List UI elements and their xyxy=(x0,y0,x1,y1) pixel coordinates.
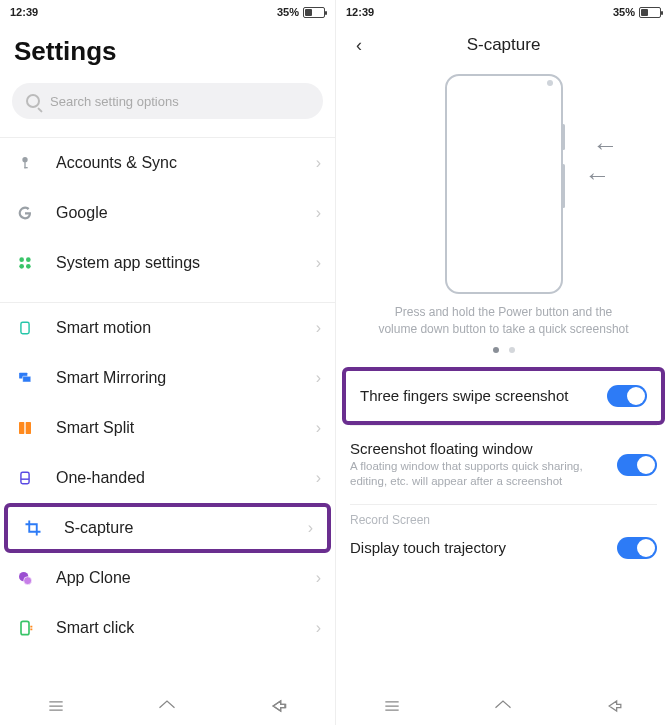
smartclick-icon xyxy=(14,619,36,637)
nav-back[interactable] xyxy=(269,696,289,720)
search-input[interactable]: Search setting options xyxy=(12,83,323,119)
settings-item-label: Smart motion xyxy=(56,319,316,337)
illustration: ← ← Press and hold the Power button and … xyxy=(336,68,671,367)
settings-item-label: Smart click xyxy=(56,619,316,637)
chevron-right-icon: › xyxy=(316,619,321,637)
chevron-right-icon: › xyxy=(316,204,321,222)
cast-icon xyxy=(14,371,36,385)
settings-item-smart-split[interactable]: Smart Split› xyxy=(0,403,335,453)
status-bar: 12:39 35% xyxy=(336,0,671,22)
svg-rect-12 xyxy=(21,472,29,484)
svg-rect-7 xyxy=(21,322,29,334)
arrow-icon: ← xyxy=(593,132,619,158)
split-icon xyxy=(14,420,36,436)
google-icon xyxy=(14,204,36,222)
settings-item-system-app-settings[interactable]: System app settings› xyxy=(0,238,335,288)
battery-icon xyxy=(303,7,325,18)
svg-point-5 xyxy=(19,264,24,269)
phone-icon xyxy=(14,319,36,337)
subheader: ‹ S-capture xyxy=(336,22,671,68)
battery-pct: 35% xyxy=(277,6,299,18)
svg-rect-9 xyxy=(23,376,31,382)
settings-item-label: App Clone xyxy=(56,569,316,587)
nav-bar xyxy=(336,691,671,725)
chevron-right-icon: › xyxy=(316,569,321,587)
toggle-switch[interactable] xyxy=(607,385,647,407)
back-button[interactable]: ‹ xyxy=(348,31,370,60)
settings-item-app-clone[interactable]: App Clone› xyxy=(0,553,335,603)
crop-icon xyxy=(22,519,44,537)
status-bar: 12:39 35% xyxy=(0,0,335,22)
settings-item-label: Smart Mirroring xyxy=(56,369,316,387)
setting-label: Screenshot floating window xyxy=(350,440,590,457)
settings-item-smart-click[interactable]: Smart click› xyxy=(0,603,335,653)
settings-item-smart-mirroring[interactable]: Smart Mirroring› xyxy=(0,353,335,403)
search-placeholder: Search setting options xyxy=(50,94,179,109)
setting-touch-trajectory[interactable]: Display touch trajectory xyxy=(336,529,671,573)
svg-rect-10 xyxy=(19,422,24,434)
chevron-right-icon: › xyxy=(316,369,321,387)
svg-rect-11 xyxy=(26,422,31,434)
settings-item-label: Smart Split xyxy=(56,419,316,437)
settings-item-label: Accounts & Sync xyxy=(56,154,316,172)
nav-home[interactable] xyxy=(493,696,513,720)
svg-point-4 xyxy=(26,257,31,262)
search-icon xyxy=(26,94,40,108)
settings-item-smart-motion[interactable]: Smart motion› xyxy=(0,303,335,353)
settings-item-label: One-handed xyxy=(56,469,316,487)
status-time: 12:39 xyxy=(346,6,374,18)
settings-item-one-handed[interactable]: One-handed› xyxy=(0,453,335,503)
setting-label: Display touch trajectory xyxy=(350,539,506,556)
settings-item-s-capture[interactable]: S-capture› xyxy=(4,503,331,553)
settings-item-label: S-capture xyxy=(64,519,308,537)
settings-item-accounts-sync[interactable]: Accounts & Sync› xyxy=(0,138,335,188)
setting-desc: A floating window that supports quick sh… xyxy=(350,459,590,490)
apps-icon xyxy=(14,255,36,271)
illustration-caption: Press and hold the Power button and the … xyxy=(376,304,631,339)
svg-rect-2 xyxy=(24,167,27,168)
svg-point-3 xyxy=(19,257,24,262)
chevron-right-icon: › xyxy=(316,319,321,337)
chevron-right-icon: › xyxy=(316,469,321,487)
clone-icon xyxy=(14,570,36,586)
chevron-right-icon: › xyxy=(316,254,321,272)
nav-bar xyxy=(0,691,335,725)
toggle-switch[interactable] xyxy=(617,537,657,559)
chevron-right-icon: › xyxy=(308,519,313,537)
nav-home[interactable] xyxy=(157,696,177,720)
setting-floating-window[interactable]: Screenshot floating window A floating wi… xyxy=(336,426,671,504)
setting-label: Three fingers swipe screenshot xyxy=(360,387,568,404)
page-title: S-capture xyxy=(336,35,671,55)
svg-rect-15 xyxy=(21,621,29,634)
chevron-right-icon: › xyxy=(316,419,321,437)
settings-item-google[interactable]: Google› xyxy=(0,188,335,238)
section-header: Record Screen xyxy=(336,505,671,529)
nav-back[interactable] xyxy=(605,696,625,720)
svg-point-14 xyxy=(24,577,32,585)
battery-pct: 35% xyxy=(613,6,635,18)
toggle-switch[interactable] xyxy=(617,454,657,476)
arrow-icon: ← xyxy=(585,162,611,188)
settings-item-label: System app settings xyxy=(56,254,316,272)
page-indicator[interactable] xyxy=(493,347,515,353)
s-capture-screen: 12:39 35% ‹ S-capture ← ← Press and hold… xyxy=(335,0,671,725)
status-time: 12:39 xyxy=(10,6,38,18)
svg-point-0 xyxy=(22,157,27,162)
highlighted-setting: Three fingers swipe screenshot xyxy=(342,367,665,425)
settings-item-label: Google xyxy=(56,204,316,222)
battery-icon xyxy=(639,7,661,18)
onehand-icon xyxy=(14,469,36,487)
phone-illustration xyxy=(445,74,563,294)
key-icon xyxy=(14,155,36,171)
settings-screen: 12:39 35% Settings Search setting option… xyxy=(0,0,335,725)
setting-three-finger[interactable]: Three fingers swipe screenshot xyxy=(346,371,661,421)
nav-recent[interactable] xyxy=(46,696,66,720)
page-title: Settings xyxy=(0,22,335,79)
nav-recent[interactable] xyxy=(382,696,402,720)
svg-point-6 xyxy=(26,264,31,269)
chevron-right-icon: › xyxy=(316,154,321,172)
